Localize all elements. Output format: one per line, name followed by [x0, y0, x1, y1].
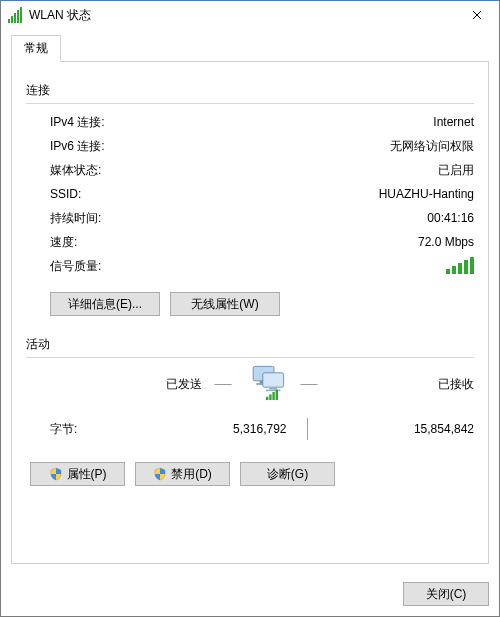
disable-button[interactable]: 禁用(D) [135, 462, 230, 486]
ipv4-value: Internet [433, 115, 474, 129]
signal-quality-value [446, 256, 474, 277]
signal-quality-label: 信号质量: [50, 258, 101, 275]
media-state-label: 媒体状态: [50, 162, 101, 179]
properties-button-label: 属性(P) [67, 466, 107, 483]
ipv6-label: IPv6 连接: [50, 138, 105, 155]
media-state-value: 已启用 [438, 162, 474, 179]
speed-value: 72.0 Mbps [418, 235, 474, 249]
wireless-properties-button[interactable]: 无线属性(W) [170, 292, 280, 316]
details-button[interactable]: 详细信息(E)... [50, 292, 160, 316]
dialog-footer: 关闭(C) [403, 582, 489, 606]
tab-general[interactable]: 常规 [11, 35, 61, 62]
general-panel: 连接 IPv4 连接: Internet IPv6 连接: 无网络访问权限 媒体… [11, 62, 489, 564]
svg-rect-4 [269, 387, 277, 389]
close-icon [472, 10, 482, 20]
duration-value: 00:41:16 [427, 211, 474, 225]
dash-icon: ── [296, 377, 322, 391]
svg-rect-7 [269, 394, 271, 400]
svg-rect-5 [266, 390, 280, 392]
close-dialog-button[interactable]: 关闭(C) [403, 582, 489, 606]
tabstrip: 常规 [11, 35, 489, 62]
signal-bars-icon [446, 256, 474, 274]
svg-rect-3 [263, 373, 284, 387]
wifi-icon [7, 7, 23, 23]
shield-icon [153, 467, 167, 481]
ipv6-value: 无网络访问权限 [390, 138, 474, 155]
activity-monitors-icon [236, 364, 296, 404]
shield-icon [49, 467, 63, 481]
svg-rect-9 [276, 390, 278, 400]
bytes-sent-value: 5,316,792 [120, 422, 307, 436]
svg-rect-6 [266, 397, 268, 400]
ssid-label: SSID: [50, 187, 81, 201]
svg-rect-8 [272, 392, 274, 400]
activity-legend: 活动 [26, 336, 50, 353]
bytes-label: 字节: [50, 421, 120, 438]
wlan-status-window: WLAN 状态 常规 连接 IPv4 连接: Internet IPv6 连接:… [0, 0, 500, 617]
duration-label: 持续时间: [50, 210, 101, 227]
disable-button-label: 禁用(D) [171, 466, 212, 483]
bytes-received-value: 15,854,842 [308, 422, 475, 436]
activity-section: 活动 已发送 ── [26, 336, 474, 486]
ssid-value: HUAZHU-Hanting [379, 187, 474, 201]
sent-label: 已发送 [50, 376, 210, 393]
speed-label: 速度: [50, 234, 77, 251]
properties-button[interactable]: 属性(P) [30, 462, 125, 486]
window-title: WLAN 状态 [29, 7, 455, 24]
titlebar: WLAN 状态 [1, 1, 499, 29]
dash-icon: ── [210, 377, 236, 391]
diagnose-button[interactable]: 诊断(G) [240, 462, 335, 486]
ipv4-label: IPv4 连接: [50, 114, 105, 131]
connection-legend: 连接 [26, 82, 50, 99]
close-button[interactable] [455, 1, 499, 29]
connection-section: 连接 IPv4 连接: Internet IPv6 连接: 无网络访问权限 媒体… [26, 82, 474, 316]
received-label: 已接收 [322, 376, 474, 393]
